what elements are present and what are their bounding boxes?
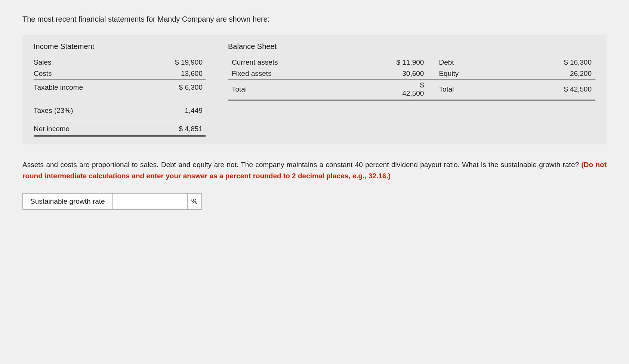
total-liabilities-value: $ 42,500 [501, 80, 595, 100]
fixed-assets-row: Fixed assets 30,600 Equity 26,200 [228, 68, 595, 80]
equity-label: Equity [428, 68, 501, 80]
total-liabilities-label: Total [428, 80, 501, 100]
costs-value: 13,600 [126, 68, 206, 80]
sales-value: $ 19,900 [126, 57, 206, 68]
percent-symbol: % [188, 193, 202, 210]
income-table: Sales $ 19,900 Costs 13,600 Taxable inco… [34, 57, 206, 137]
sustainable-growth-rate-label: Sustainable growth rate [22, 193, 113, 210]
description-paragraph: Assets and costs are proportional to sal… [22, 159, 607, 182]
sustainable-growth-rate-input[interactable] [113, 193, 188, 210]
total-assets-dollar: $ [420, 81, 424, 89]
current-assets-label: Current assets [228, 57, 341, 68]
net-income-label: Net income [34, 121, 126, 136]
total-assets-label: Total [228, 80, 341, 100]
spacer1 [34, 93, 206, 101]
debt-label: Debt [428, 57, 501, 68]
total-assets-value: $ 42,500 [341, 80, 428, 100]
tables-container: Income Statement Sales $ 19,900 Costs 13… [22, 35, 607, 144]
taxes-label: Taxes (23%) [34, 101, 126, 121]
net-income-row: Net income $ 4,851 [34, 121, 206, 136]
income-section: Income Statement Sales $ 19,900 Costs 13… [34, 42, 221, 137]
current-assets-value: $ 11,900 [341, 57, 428, 68]
taxable-income-label: Taxable income [34, 80, 126, 93]
balance-table: Current assets $ 11,900 Debt $ 16,300 Fi… [228, 57, 595, 101]
total-assets-number: 42,500 [402, 89, 424, 98]
equity-value: 26,200 [501, 68, 595, 80]
taxes-row: Taxes (23%) 1,449 [34, 101, 206, 121]
description-normal: Assets and costs are proportional to sal… [22, 161, 579, 169]
taxable-income-value: $ 6,300 [126, 80, 206, 93]
net-income-value: $ 4,851 [126, 121, 206, 136]
balance-section: Balance Sheet Current assets $ 11,900 De… [221, 42, 595, 137]
costs-row: Costs 13,600 [34, 68, 206, 80]
taxable-income-row: Taxable income $ 6,300 [34, 80, 206, 93]
fixed-assets-label: Fixed assets [228, 68, 341, 80]
current-assets-row: Current assets $ 11,900 Debt $ 16,300 [228, 57, 595, 68]
total-row: Total $ 42,500 Total $ 42,500 [228, 80, 595, 100]
intro-text: The most recent financial statements for… [22, 15, 607, 24]
sales-label: Sales [34, 57, 126, 68]
income-statement-header: Income Statement [34, 42, 206, 51]
sales-row: Sales $ 19,900 [34, 57, 206, 68]
costs-label: Costs [34, 68, 126, 80]
taxes-value: 1,449 [126, 101, 206, 121]
fixed-assets-value: 30,600 [341, 68, 428, 80]
answer-row: Sustainable growth rate % [22, 193, 607, 210]
debt-value: $ 16,300 [501, 57, 595, 68]
balance-sheet-header: Balance Sheet [228, 42, 595, 51]
